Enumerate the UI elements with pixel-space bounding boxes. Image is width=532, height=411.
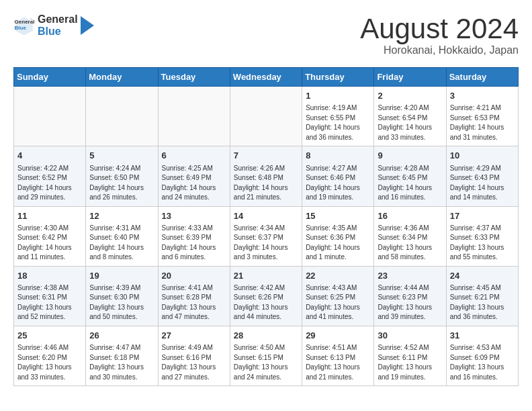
day-info: Sunrise: 4:53 AM Sunset: 6:09 PM Dayligh… [450, 343, 515, 382]
calendar-cell: 17Sunrise: 4:37 AM Sunset: 6:33 PM Dayli… [446, 206, 518, 266]
calendar-week-row: 25Sunrise: 4:46 AM Sunset: 6:20 PM Dayli… [14, 326, 519, 385]
calendar-week-row: 11Sunrise: 4:30 AM Sunset: 6:42 PM Dayli… [14, 206, 519, 266]
day-number: 14 [234, 210, 298, 222]
calendar-cell [158, 87, 230, 146]
calendar-cell: 27Sunrise: 4:49 AM Sunset: 6:16 PM Dayli… [158, 326, 230, 385]
day-info: Sunrise: 4:39 AM Sunset: 6:30 PM Dayligh… [89, 283, 154, 322]
day-number: 26 [89, 330, 154, 342]
calendar-cell [230, 87, 302, 146]
day-number: 10 [450, 150, 515, 162]
day-number: 28 [234, 330, 298, 342]
day-number: 13 [162, 210, 226, 222]
calendar-week-row: 4Sunrise: 4:22 AM Sunset: 6:52 PM Daylig… [14, 146, 519, 206]
day-number: 18 [17, 270, 82, 282]
day-info: Sunrise: 4:33 AM Sunset: 6:39 PM Dayligh… [162, 224, 226, 263]
day-number: 27 [162, 330, 226, 342]
calendar-subtitle: Horokanai, Hokkaido, Japan [360, 44, 519, 56]
calendar-cell: 2Sunrise: 4:20 AM Sunset: 6:54 PM Daylig… [374, 87, 446, 146]
calendar-cell: 12Sunrise: 4:31 AM Sunset: 6:40 PM Dayli… [86, 206, 158, 266]
day-number: 9 [378, 150, 442, 162]
day-number: 20 [162, 270, 226, 282]
day-info: Sunrise: 4:35 AM Sunset: 6:36 PM Dayligh… [306, 224, 370, 263]
day-number: 15 [306, 210, 370, 222]
day-info: Sunrise: 4:43 AM Sunset: 6:25 PM Dayligh… [306, 283, 370, 322]
day-header-saturday: Saturday [446, 68, 518, 87]
calendar-cell: 11Sunrise: 4:30 AM Sunset: 6:42 PM Dayli… [14, 206, 86, 266]
calendar-cell: 19Sunrise: 4:39 AM Sunset: 6:30 PM Dayli… [86, 266, 158, 326]
title-block: August 2024 Horokanai, Hokkaido, Japan [360, 13, 519, 56]
day-number: 2 [378, 90, 442, 102]
calendar-cell [14, 87, 86, 146]
day-info: Sunrise: 4:29 AM Sunset: 6:43 PM Dayligh… [450, 164, 515, 203]
day-info: Sunrise: 4:30 AM Sunset: 6:42 PM Dayligh… [17, 224, 82, 263]
day-info: Sunrise: 4:21 AM Sunset: 6:53 PM Dayligh… [450, 103, 515, 142]
calendar-cell: 22Sunrise: 4:43 AM Sunset: 6:25 PM Dayli… [302, 266, 374, 326]
day-number: 8 [306, 150, 370, 162]
day-info: Sunrise: 4:44 AM Sunset: 6:23 PM Dayligh… [378, 283, 442, 322]
day-info: Sunrise: 4:36 AM Sunset: 6:34 PM Dayligh… [378, 224, 442, 263]
day-header-monday: Monday [86, 68, 158, 87]
calendar-cell: 14Sunrise: 4:34 AM Sunset: 6:37 PM Dayli… [230, 206, 302, 266]
calendar-table: SundayMondayTuesdayWednesdayThursdayFrid… [13, 67, 519, 386]
day-info: Sunrise: 4:47 AM Sunset: 6:18 PM Dayligh… [89, 343, 154, 382]
day-number: 7 [234, 150, 298, 162]
day-number: 5 [89, 150, 154, 162]
calendar-cell: 5Sunrise: 4:24 AM Sunset: 6:50 PM Daylig… [86, 146, 158, 206]
day-header-friday: Friday [374, 68, 446, 87]
calendar-cell: 4Sunrise: 4:22 AM Sunset: 6:52 PM Daylig… [14, 146, 86, 206]
calendar-cell: 30Sunrise: 4:52 AM Sunset: 6:11 PM Dayli… [374, 326, 446, 385]
calendar-cell: 16Sunrise: 4:36 AM Sunset: 6:34 PM Dayli… [374, 206, 446, 266]
day-number: 1 [306, 90, 370, 102]
day-number: 24 [450, 270, 515, 282]
calendar-week-row: 18Sunrise: 4:38 AM Sunset: 6:31 PM Dayli… [14, 266, 519, 326]
day-number: 23 [378, 270, 442, 282]
page-header: General Blue General Blue August 2024 Ho… [13, 13, 519, 56]
day-info: Sunrise: 4:42 AM Sunset: 6:26 PM Dayligh… [234, 283, 298, 322]
day-info: Sunrise: 4:28 AM Sunset: 6:45 PM Dayligh… [378, 164, 442, 203]
calendar-cell: 23Sunrise: 4:44 AM Sunset: 6:23 PM Dayli… [374, 266, 446, 326]
day-info: Sunrise: 4:49 AM Sunset: 6:16 PM Dayligh… [162, 343, 226, 382]
logo: General Blue General Blue [13, 13, 94, 37]
svg-text:General: General [15, 18, 35, 24]
calendar-cell: 10Sunrise: 4:29 AM Sunset: 6:43 PM Dayli… [446, 146, 518, 206]
calendar-cell: 8Sunrise: 4:27 AM Sunset: 6:46 PM Daylig… [302, 146, 374, 206]
day-number: 17 [450, 210, 515, 222]
calendar-cell: 29Sunrise: 4:51 AM Sunset: 6:13 PM Dayli… [302, 326, 374, 385]
logo-icon: General Blue [13, 15, 35, 36]
day-info: Sunrise: 4:24 AM Sunset: 6:50 PM Dayligh… [89, 164, 154, 203]
calendar-cell: 20Sunrise: 4:41 AM Sunset: 6:28 PM Dayli… [158, 266, 230, 326]
day-info: Sunrise: 4:37 AM Sunset: 6:33 PM Dayligh… [450, 224, 515, 263]
day-info: Sunrise: 4:45 AM Sunset: 6:21 PM Dayligh… [450, 283, 515, 322]
calendar-cell: 6Sunrise: 4:25 AM Sunset: 6:49 PM Daylig… [158, 146, 230, 206]
svg-text:Blue: Blue [15, 25, 27, 31]
day-info: Sunrise: 4:50 AM Sunset: 6:15 PM Dayligh… [234, 343, 298, 382]
day-number: 16 [378, 210, 442, 222]
day-number: 6 [162, 150, 226, 162]
day-info: Sunrise: 4:51 AM Sunset: 6:13 PM Dayligh… [306, 343, 370, 382]
day-info: Sunrise: 4:46 AM Sunset: 6:20 PM Dayligh… [17, 343, 82, 382]
day-number: 22 [306, 270, 370, 282]
day-number: 11 [17, 210, 82, 222]
calendar-week-row: 1Sunrise: 4:19 AM Sunset: 6:55 PM Daylig… [14, 87, 519, 146]
day-header-thursday: Thursday [302, 68, 374, 87]
day-info: Sunrise: 4:25 AM Sunset: 6:49 PM Dayligh… [162, 164, 226, 203]
logo-blue-text: Blue [38, 26, 78, 38]
day-header-wednesday: Wednesday [230, 68, 302, 87]
calendar-cell: 26Sunrise: 4:47 AM Sunset: 6:18 PM Dayli… [86, 326, 158, 385]
calendar-cell: 31Sunrise: 4:53 AM Sunset: 6:09 PM Dayli… [446, 326, 518, 385]
day-number: 25 [17, 330, 82, 342]
calendar-cell: 1Sunrise: 4:19 AM Sunset: 6:55 PM Daylig… [302, 87, 374, 146]
logo-general-text: General [38, 13, 78, 26]
day-number: 21 [234, 270, 298, 282]
calendar-cell: 13Sunrise: 4:33 AM Sunset: 6:39 PM Dayli… [158, 206, 230, 266]
day-number: 30 [378, 330, 442, 342]
day-info: Sunrise: 4:19 AM Sunset: 6:55 PM Dayligh… [306, 103, 370, 142]
calendar-cell: 25Sunrise: 4:46 AM Sunset: 6:20 PM Dayli… [14, 326, 86, 385]
calendar-cell: 7Sunrise: 4:26 AM Sunset: 6:48 PM Daylig… [230, 146, 302, 206]
day-info: Sunrise: 4:22 AM Sunset: 6:52 PM Dayligh… [17, 164, 82, 203]
day-info: Sunrise: 4:20 AM Sunset: 6:54 PM Dayligh… [378, 103, 442, 142]
day-info: Sunrise: 4:41 AM Sunset: 6:28 PM Dayligh… [162, 283, 226, 322]
day-number: 4 [17, 150, 82, 162]
calendar-cell: 9Sunrise: 4:28 AM Sunset: 6:45 PM Daylig… [374, 146, 446, 206]
logo-arrow-icon [81, 16, 94, 35]
